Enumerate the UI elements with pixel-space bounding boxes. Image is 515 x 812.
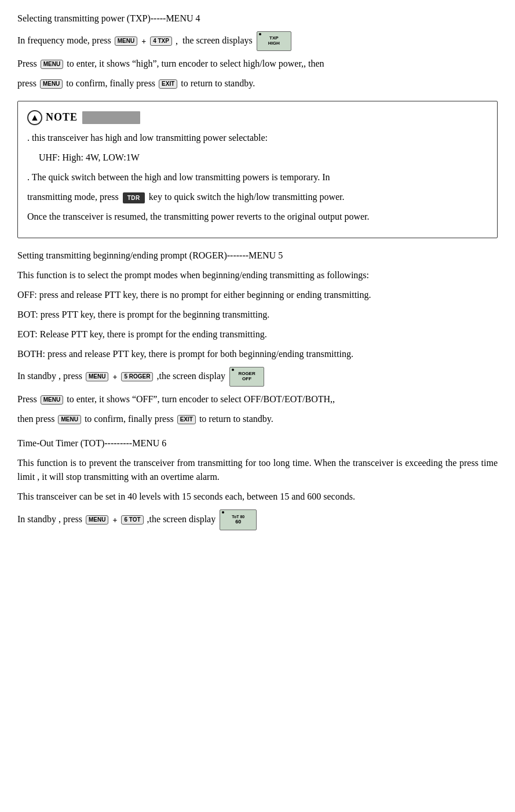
roger-para8-middle: to confirm, finally press (85, 414, 174, 424)
section-txp-title: Selecting transmitting power (TXP)-----M… (17, 12, 498, 26)
screen-inner: TXP HIGH (257, 32, 291, 50)
roger-para4-text: EOT: Release PTT key, there is prompt fo… (17, 329, 267, 339)
note-line5-text: Once the transceiver is resumed, the tra… (27, 212, 370, 221)
roger-para1-text: This function is to select the prompt mo… (17, 270, 369, 280)
txp-high-screen: TXP HIGH (257, 31, 291, 51)
tot-para2-text: This transceiver can be set in 40 levels… (17, 491, 355, 501)
section-txp: Selecting transmitting power (TXP)-----M… (17, 12, 498, 90)
txp-para3: press MENU to confirm, finally press EXI… (17, 77, 498, 90)
note-line4: transmitting mode, press TDR key to quic… (27, 190, 488, 204)
note-line2: UHF: High: 4W, LOW:1W (27, 151, 488, 165)
menu-button-img5: MENU (41, 395, 63, 405)
menu-button-img4: MENU (86, 372, 108, 381)
para3-after: to return to standby. (181, 78, 255, 88)
note-line4-after: key to quick switch the high/low transmi… (149, 192, 345, 202)
roger-para8-after: to return to standby. (199, 414, 273, 424)
exit-button-img1: EXIT (159, 79, 177, 89)
tot6-button-img: 6 TOT (121, 515, 143, 525)
section-roger: Setting transmitting beginning/ending pr… (17, 249, 498, 426)
note-line3-text: . The quick switch between the high and … (27, 172, 330, 182)
roger-para7-before: Press (17, 394, 37, 404)
para1-after-text: the screen displays (182, 35, 253, 45)
roger-para6-before: In standby , press (17, 371, 82, 381)
roger-para2-text: OFF: press and release PTT key, there is… (17, 290, 371, 300)
note-title-bar (82, 111, 140, 124)
roger-para5: BOTH: press and release PTT key, there i… (17, 347, 498, 361)
tot-title: Time-Out Timer (TOT)---------MENU 6 (17, 436, 498, 450)
roger-title: Setting transmitting beginning/ending pr… (17, 249, 498, 263)
menu-button-img3: MENU (40, 79, 63, 89)
note-box: ▲ NOTE . this transceiver has high and l… (17, 101, 498, 238)
note-warning-icon: ▲ (27, 110, 42, 125)
para2-before: Press (17, 59, 37, 68)
roger-para8-before: then press (17, 414, 54, 424)
plus-sign-1: + (141, 35, 146, 48)
roger5-button-img: 5 ROGER (121, 372, 153, 381)
txp-para2: Press MENU to enter, it shows “high”, tu… (17, 57, 498, 71)
plus-sign-3: + (112, 514, 117, 526)
note-title-text: NOTE (46, 110, 78, 125)
roger-para8: then press MENU to confirm, finally pres… (17, 412, 498, 426)
menu-button-img7: MENU (86, 515, 108, 525)
plus-sign-2: + (112, 371, 117, 383)
para1-before-text: In frequency mode, press (17, 35, 111, 45)
para3-before: press (17, 78, 36, 88)
roger-para1: This function is to select the prompt mo… (17, 268, 498, 282)
txp4-button-img: 4 TXP (150, 37, 172, 46)
tot-para2: This transceiver can be set in 40 levels… (17, 490, 498, 504)
menu-button-img: MENU (115, 37, 137, 46)
txp-para1: In frequency mode, press MENU + 4 TXP , … (17, 31, 498, 51)
para2-middle: to enter, it shows “high”, turn encoder … (67, 59, 324, 68)
note-line5: Once the transceiver is resumed, the tra… (27, 210, 488, 224)
note-header: ▲ NOTE (27, 110, 488, 125)
note-line2-text: UHF: High: 4W, LOW:1W (39, 152, 140, 162)
menu-button-img2: MENU (41, 60, 63, 69)
tot-60-screen: ToT 80 60 (220, 509, 257, 530)
comma-1: , (176, 36, 178, 46)
roger-screen-line2: OFF (242, 377, 251, 382)
title-text: Selecting transmitting power (TXP)-----M… (17, 13, 200, 23)
roger-title-text: Setting transmitting beginning/ending pr… (17, 250, 283, 260)
para3-middle: to confirm, finally press (66, 78, 155, 88)
roger-para5-text: BOTH: press and release PTT key, there i… (17, 349, 353, 359)
roger-para6: In standby , press MENU + 5 ROGER ,the s… (17, 367, 498, 387)
roger-para7: Press MENU to enter, it shows “OFF”, tur… (17, 392, 498, 406)
tdr-button-img: TDR (123, 192, 145, 203)
tot-para3: In standby , press MENU + 6 TOT ,the scr… (17, 509, 498, 530)
tot-para3-middle: ,the screen display (147, 514, 216, 524)
roger-off-screen: ROGER OFF (229, 367, 264, 387)
roger-para6-middle: ,the screen display (156, 371, 225, 381)
roger-para2: OFF: press and release PTT key, there is… (17, 288, 498, 302)
tot-screen-inner: ToT 80 60 (220, 510, 256, 530)
menu-button-img6: MENU (58, 415, 81, 424)
tot-title-text: Time-Out Timer (TOT)---------MENU 6 (17, 438, 166, 448)
note-line3: . The quick switch between the high and … (27, 170, 488, 184)
tot-screen-line2: 60 (235, 519, 241, 525)
note-line1: . this transceiver has high and low tran… (27, 131, 488, 145)
exit-button-img2: EXIT (177, 415, 196, 424)
tot-para3-before: In standby , press (17, 514, 82, 524)
section-tot: Time-Out Timer (TOT)---------MENU 6 This… (17, 436, 498, 530)
tot-para1: This function is to prevent the transcei… (17, 456, 498, 484)
roger-para7-middle: to enter, it shows “OFF”, turn encoder t… (67, 394, 335, 404)
roger-para4: EOT: Release PTT key, there is prompt fo… (17, 327, 498, 341)
tot-para1-text: This function is to prevent the transcei… (17, 458, 498, 482)
screen-line2: HIGH (268, 41, 280, 46)
roger-para3: BOT: press PTT key, there is prompt for … (17, 308, 498, 322)
note-line4-before: transmitting mode, press (27, 192, 119, 202)
roger-screen-inner: ROGER OFF (230, 367, 264, 386)
note-line1-text: . this transceiver has high and low tran… (27, 133, 268, 143)
roger-para3-text: BOT: press PTT key, there is prompt for … (17, 309, 269, 319)
